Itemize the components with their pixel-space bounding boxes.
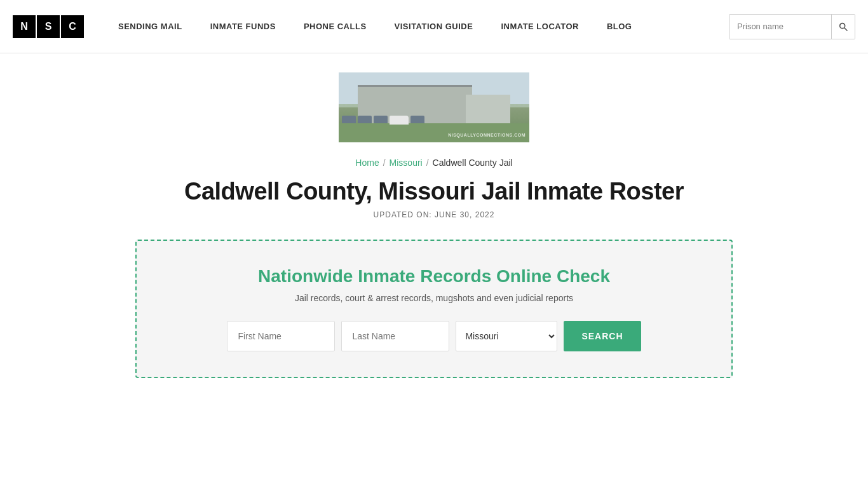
header: N S C SENDING MAIL INMATE FUNDS PHONE CA…: [0, 0, 868, 53]
main-content: NISQUALLYCONNECTIONS.COM Home / Missouri…: [0, 53, 868, 416]
svg-line-1: [844, 28, 847, 30]
breadcrumb-sep1: /: [383, 158, 386, 168]
header-search-box: [729, 14, 855, 39]
nav-sending-mail[interactable]: SENDING MAIL: [104, 22, 196, 31]
nav-phone-calls[interactable]: PHONE CALLS: [290, 22, 381, 31]
logo[interactable]: N S C: [13, 15, 85, 38]
state-select[interactable]: Missouri Alabama Alaska Arizona Arkansas…: [456, 321, 557, 351]
logo-c: C: [61, 15, 84, 38]
search-section: Nationwide Inmate Records Online Check J…: [135, 240, 733, 378]
nav-inmate-locator[interactable]: INMATE LOCATOR: [487, 22, 593, 31]
first-name-input[interactable]: [227, 321, 335, 351]
facility-image: NISQUALLYCONNECTIONS.COM: [339, 72, 529, 142]
breadcrumb: Home / Missouri / Caldwell County Jail: [355, 158, 512, 168]
breadcrumb-state[interactable]: Missouri: [390, 158, 423, 168]
updated-date: UPDATED ON: JUNE 30, 2022: [374, 210, 495, 219]
search-icon: [838, 22, 848, 32]
page-title: Caldwell County, Missouri Jail Inmate Ro…: [184, 178, 684, 205]
logo-s: S: [37, 15, 60, 38]
nav-visitation-guide[interactable]: VISITATION GUIDE: [381, 22, 487, 31]
breadcrumb-home[interactable]: Home: [355, 158, 379, 168]
inmate-search-form: Missouri Alabama Alaska Arizona Arkansas…: [227, 321, 641, 351]
search-section-subtitle: Jail records, court & arrest records, mu…: [295, 293, 573, 303]
header-search-button[interactable]: [831, 15, 855, 39]
main-nav: SENDING MAIL INMATE FUNDS PHONE CALLS VI…: [104, 22, 729, 31]
search-section-title: Nationwide Inmate Records Online Check: [258, 266, 610, 287]
breadcrumb-current: Caldwell County Jail: [433, 158, 513, 168]
nav-inmate-funds[interactable]: INMATE FUNDS: [196, 22, 290, 31]
nav-blog[interactable]: BLOG: [593, 22, 646, 31]
logo-n: N: [13, 15, 36, 38]
watermark-text: NISQUALLYCONNECTIONS.COM: [448, 133, 526, 137]
search-button[interactable]: SEARCH: [564, 321, 641, 351]
last-name-input[interactable]: [341, 321, 449, 351]
header-search-input[interactable]: [729, 15, 831, 39]
breadcrumb-sep2: /: [426, 158, 429, 168]
